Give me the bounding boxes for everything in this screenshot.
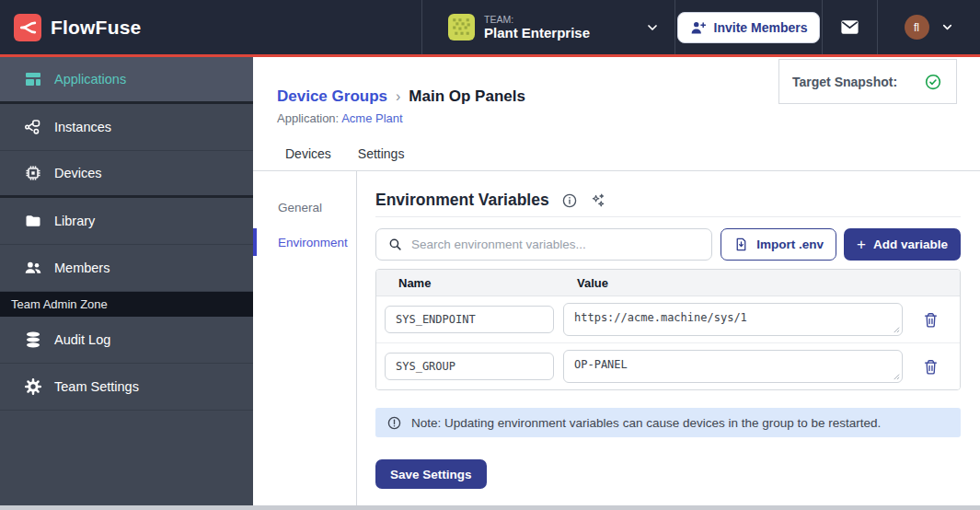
users-icon (24, 259, 42, 277)
delete-variable-button[interactable] (912, 306, 949, 333)
tab-settings[interactable]: Settings (358, 146, 405, 170)
import-env-button[interactable]: Import .env (721, 228, 836, 261)
save-settings-button[interactable]: Save Settings (375, 459, 487, 489)
sidebar-item-members[interactable]: Members (0, 245, 253, 292)
sidebar-item-library[interactable]: Library (0, 198, 253, 245)
table-row: https://acme.machine/sys/1 (376, 296, 960, 343)
applications-icon (24, 70, 42, 88)
tab-devices[interactable]: Devices (285, 146, 331, 170)
brand-name: FlowFuse (51, 17, 141, 39)
add-variable-label: Add variable (873, 238, 948, 251)
chip-icon (24, 164, 42, 182)
envelope-icon (839, 17, 860, 38)
table-row: OP-PANEL (376, 343, 960, 389)
resize-handle-icon[interactable] (892, 325, 900, 333)
team-label: TEAM: (484, 14, 636, 25)
env-value-textarea[interactable]: OP-PANEL (563, 350, 903, 383)
application-line: Application: Acme Plant (277, 111, 957, 125)
sidebar-item-label: Instances (54, 120, 111, 134)
chevron-down-icon (940, 20, 954, 34)
search-box (375, 228, 712, 261)
instances-icon (24, 118, 42, 136)
sidebar-item-audit-log[interactable]: Audit Log (0, 317, 253, 364)
check-circle-icon[interactable] (924, 73, 942, 91)
sidebar-item-label: Audit Log (54, 332, 110, 347)
sidebar-item-label: Team Settings (54, 379, 139, 394)
invite-members-label: Invite Members (714, 20, 808, 35)
environment-panel: Environment Variables (357, 171, 980, 510)
gear-icon (24, 377, 42, 396)
document-download-icon (733, 237, 749, 252)
breadcrumb-separator: › (396, 88, 400, 105)
user-avatar: fl (905, 15, 929, 40)
trash-icon (922, 311, 940, 329)
env-name-input[interactable] (385, 353, 554, 380)
application-link[interactable]: Acme Plant (341, 111, 402, 125)
subnav-item-general[interactable]: General (253, 193, 356, 221)
subnav-item-environment[interactable]: Environment (253, 228, 356, 256)
panel-title: Environment Variables (375, 191, 549, 210)
tab-bar: Devices Settings (253, 146, 980, 171)
team-selector[interactable]: TEAM: Plant Enterprise (422, 0, 674, 54)
search-icon (387, 237, 403, 252)
folder-icon (24, 212, 42, 230)
column-header-name: Name (398, 276, 577, 290)
search-input[interactable] (411, 238, 702, 251)
resize-handle-icon[interactable] (892, 372, 900, 380)
team-name: Plant Enterprise (484, 25, 636, 41)
target-snapshot-box: Target Snapshot: (778, 59, 957, 104)
invite-members-button[interactable]: Invite Members (677, 12, 821, 43)
target-snapshot-label: Target Snapshot: (792, 75, 897, 89)
user-plus-icon (690, 19, 707, 36)
info-icon[interactable] (561, 192, 578, 209)
sidebar-item-team-settings[interactable]: Team Settings (0, 364, 253, 411)
notifications-button[interactable] (823, 0, 877, 54)
plus-icon: + (857, 237, 866, 252)
top-header: FlowFuse TEAM: Plant Enterprise (0, 0, 980, 57)
chevron-down-icon (645, 20, 660, 35)
settings-subnav: General Environment (253, 171, 357, 510)
team-admin-zone-label: Team Admin Zone (0, 292, 253, 317)
sidebar-item-applications[interactable]: Applications (0, 57, 253, 104)
restart-note-banner: Note: Updating environment variables can… (375, 408, 961, 437)
column-header-value: Value (577, 276, 608, 290)
exclamation-circle-icon (386, 415, 402, 431)
sidebar-item-devices[interactable]: Devices (0, 151, 253, 198)
sidebar-item-label: Members (54, 261, 110, 275)
sidebar: Applications Instances Devices Library M… (0, 57, 253, 510)
breadcrumb-device-groups-link[interactable]: Device Groups (277, 87, 387, 106)
flowfuse-logo-icon (14, 14, 41, 41)
application-label: Application: (277, 111, 339, 125)
sidebar-item-label: Applications (54, 72, 126, 87)
env-variables-table: Name Value https://acme.machine/sys/1 (375, 269, 961, 390)
add-variable-button[interactable]: + Add variable (844, 228, 961, 261)
database-icon (24, 330, 42, 349)
sparkles-icon[interactable] (590, 192, 606, 209)
delete-variable-button[interactable] (912, 353, 949, 380)
sidebar-item-label: Devices (54, 166, 102, 180)
main-content: Device Groups › Main Op Panels Applicati… (253, 57, 980, 510)
user-menu[interactable]: fl (878, 0, 980, 54)
home-logo-link[interactable]: FlowFuse (0, 0, 421, 54)
horizontal-scrollbar[interactable] (0, 505, 980, 510)
page-title: Main Op Panels (409, 87, 525, 106)
trash-icon (922, 358, 940, 376)
env-value-textarea[interactable]: https://acme.machine/sys/1 (563, 303, 903, 336)
import-env-label: Import .env (756, 238, 824, 251)
sidebar-item-instances[interactable]: Instances (0, 104, 253, 151)
env-name-input[interactable] (385, 306, 554, 333)
sidebar-item-label: Library (54, 214, 95, 228)
restart-note-text: Note: Updating environment variables can… (411, 416, 881, 430)
team-avatar-icon (448, 14, 475, 41)
table-header: Name Value (376, 270, 960, 296)
